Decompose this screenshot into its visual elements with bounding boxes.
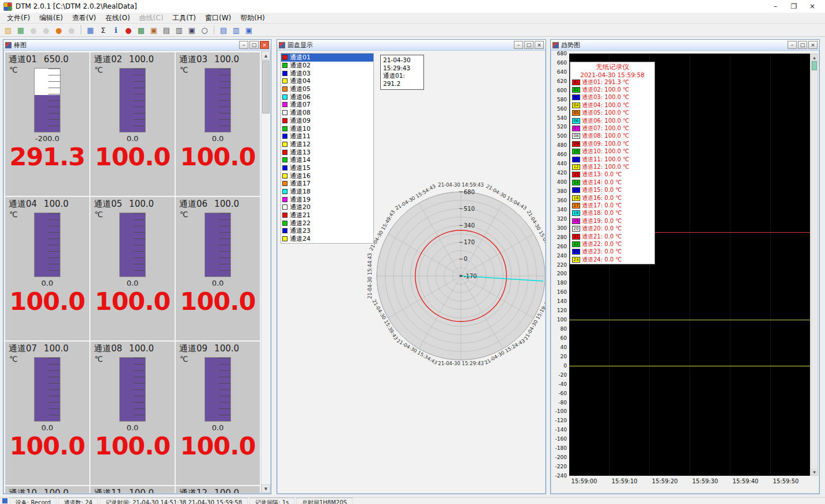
y-axis-tick: -160 xyxy=(555,436,567,442)
gauge-ticks xyxy=(48,358,60,421)
channel-list-item-18[interactable]: 通道18 xyxy=(281,188,373,196)
bar-window-titlebar[interactable]: 棒图 – □ × xyxy=(3,40,271,51)
channel-list-item-12[interactable]: 通道12 xyxy=(281,141,373,149)
menu-item-edit[interactable]: 编辑(E) xyxy=(35,13,67,23)
maximize-button[interactable]: ❐ xyxy=(785,0,803,13)
channel-list-item-16[interactable]: 通道16 xyxy=(281,172,373,180)
legend-entry-11: 11通道11: 100.0 ℃ xyxy=(570,156,654,163)
copy-icon[interactable]: ▣ xyxy=(186,24,198,36)
legend-entry-15: 15通道15: 0.0 ℃ xyxy=(570,186,654,194)
channel-list-item-14[interactable]: 通道14 xyxy=(281,156,373,164)
info-icon[interactable]: ℹ xyxy=(110,24,122,36)
bar-maximize-button[interactable]: □ xyxy=(249,41,259,49)
channel-value: 100.0 xyxy=(5,287,89,316)
legend-channel-swatch: 05 xyxy=(572,110,580,116)
close-button[interactable]: × xyxy=(803,0,822,13)
channel-list-item-21[interactable]: 通道21 xyxy=(281,211,373,219)
polar-axis-label: 340 xyxy=(464,222,475,229)
unit-label: ℃ xyxy=(94,66,103,74)
channel-list-item-10[interactable]: 通道10 xyxy=(281,124,373,132)
polar-time-label: 21-04-30 15:29:43 xyxy=(438,361,483,366)
zoom-icon[interactable]: ○ xyxy=(199,24,210,36)
x-axis-tick: 15:59:30 xyxy=(692,478,718,484)
import-data-icon[interactable]: ▦ xyxy=(15,24,27,36)
bar-minimize-button[interactable]: – xyxy=(239,41,248,49)
scroll-thumb[interactable] xyxy=(262,60,270,113)
bar-close-button[interactable]: × xyxy=(260,41,269,49)
x-axis-tick: 15:59:40 xyxy=(733,478,759,484)
trend-scrollbar[interactable]: ▲ ▼ xyxy=(811,54,818,476)
channel-list-item-07[interactable]: 通道07 xyxy=(281,101,373,109)
channel-list-item-23[interactable]: 通道23 xyxy=(281,227,373,235)
bar-scrollbar[interactable]: ▲ ▼ xyxy=(261,51,270,493)
scroll-up-icon[interactable]: ▲ xyxy=(262,51,270,60)
channel-list-item-17[interactable]: 通道17 xyxy=(281,180,373,188)
channel-list-item-19[interactable]: 通道19 xyxy=(281,195,373,203)
disc-window-titlebar[interactable]: 圆盘显示 – □ × xyxy=(277,40,546,51)
y-axis-tick: 580 xyxy=(557,97,567,103)
menu-item-tools[interactable]: 工具(T) xyxy=(168,13,200,23)
gauge xyxy=(34,357,60,422)
scroll-up-icon[interactable]: ▲ xyxy=(811,54,818,60)
bar-cell-header: 通道10100.0 xyxy=(5,486,89,493)
trend-window-titlebar[interactable]: 趋势图 – □ × xyxy=(551,40,819,51)
channel-list-item-13[interactable]: 通道13 xyxy=(281,148,373,156)
disc-close-button[interactable]: × xyxy=(535,41,544,49)
tile-horizontal-icon[interactable]: ▤ xyxy=(218,24,229,36)
menu-item-online[interactable]: 在线(O) xyxy=(101,13,135,23)
channel-list-item-04[interactable]: 通道04 xyxy=(281,77,373,85)
scale-min-label: 0.0 xyxy=(5,279,89,287)
bar-cell-header: 通道09100.0 xyxy=(176,342,260,354)
bar-chart-view-icon[interactable]: ▩ xyxy=(135,24,147,36)
channel-color-swatch xyxy=(282,102,287,107)
y-axis-tick: 420 xyxy=(557,170,567,176)
channel-list-item-22[interactable]: 通道22 xyxy=(281,219,373,227)
data-table-icon[interactable]: ▦ xyxy=(85,24,96,36)
menu-item-window[interactable]: 窗口(W) xyxy=(200,13,236,23)
legend-channel-value: 通道11: 100.0 ℃ xyxy=(582,156,629,164)
y-axis-tick: 280 xyxy=(557,234,567,240)
channel-list-item-03[interactable]: 通道03 xyxy=(281,69,373,77)
record-orange-icon[interactable]: ● xyxy=(53,24,65,36)
unit-label: ℃ xyxy=(94,210,103,219)
print-icon[interactable]: ▤ xyxy=(161,24,172,36)
channel-list-item-05[interactable]: 通道05 xyxy=(281,85,373,93)
menu-item-file[interactable]: 文件(F) xyxy=(2,13,35,23)
trend-close-button[interactable]: × xyxy=(808,41,818,49)
menu-item-view[interactable]: 查看(V) xyxy=(67,13,101,23)
y-axis-tick: -180 xyxy=(555,445,567,451)
disc-minimize-button[interactable]: – xyxy=(514,41,523,49)
channel-list-item-24[interactable]: 通道24 xyxy=(281,235,373,243)
channel-list-item-02[interactable]: 通道02 xyxy=(281,62,373,70)
channel-list-item-11[interactable]: 通道11 xyxy=(281,132,373,141)
tile-vertical-icon[interactable]: ▥ xyxy=(230,24,242,36)
y-axis-tick: 0 xyxy=(563,363,567,369)
channel-list-item-06[interactable]: 通道06 xyxy=(281,93,373,101)
cascade-windows-icon[interactable]: ▣ xyxy=(243,24,255,36)
menu-item-help[interactable]: 帮助(H) xyxy=(236,13,269,23)
statistics-icon[interactable]: Σ xyxy=(97,24,109,36)
unit-label: ℃ xyxy=(180,210,188,219)
print-preview-icon[interactable]: ▥ xyxy=(173,24,185,36)
channel-list-item-15[interactable]: 通道15 xyxy=(281,164,373,172)
minimize-button[interactable]: – xyxy=(766,0,785,13)
channel-list-item-09[interactable]: 通道09 xyxy=(281,117,373,125)
gauge-ticks xyxy=(134,358,145,421)
image-export-icon[interactable]: ▣ xyxy=(148,24,160,36)
channel-list-item-08[interactable]: 通道08 xyxy=(281,109,373,117)
open-file-icon[interactable]: ▨ xyxy=(2,24,14,36)
scroll-down-icon[interactable]: ▼ xyxy=(262,484,270,493)
channel-list-item-01[interactable]: 通道01 xyxy=(281,54,373,62)
bar-cell-6: 通道06100.0℃0.0100.0 xyxy=(176,197,260,340)
channel-color-swatch xyxy=(282,204,287,210)
scroll-down-icon[interactable]: ▼ xyxy=(811,469,818,475)
disc-maximize-button[interactable]: □ xyxy=(524,41,533,49)
trend-minimize-button[interactable]: – xyxy=(788,41,797,49)
legend-channel-swatch: 20 xyxy=(572,226,580,232)
legend-entry-06: 06通道06: 100.0 ℃ xyxy=(570,117,654,124)
scroll-thumb[interactable] xyxy=(812,61,817,70)
channel-list-item-20[interactable]: 通道20 xyxy=(281,203,373,211)
legend-channel-swatch: 08 xyxy=(572,133,580,139)
record-icon[interactable]: ● xyxy=(123,24,134,36)
trend-maximize-button[interactable]: □ xyxy=(798,41,807,49)
